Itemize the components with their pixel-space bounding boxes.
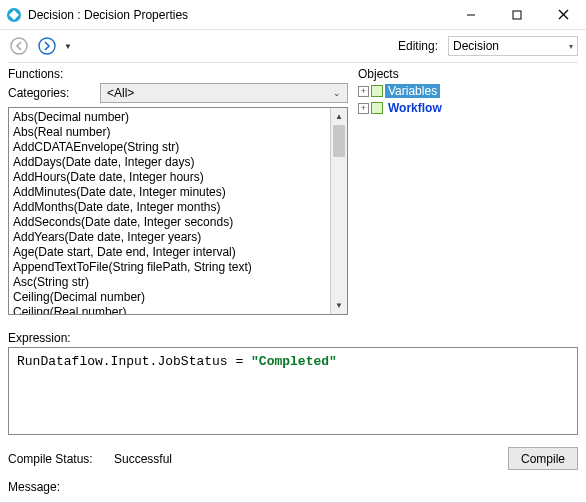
objects-title: Objects — [358, 67, 578, 81]
list-item[interactable]: AddCDATAEnvelope(String str) — [13, 140, 326, 155]
categories-label: Categories: — [8, 86, 88, 100]
expand-icon[interactable]: + — [358, 103, 369, 114]
message-label: Message: — [8, 480, 108, 494]
expression-string: "Completed" — [251, 354, 337, 369]
list-item[interactable]: AddMonths(Date date, Integer months) — [13, 200, 326, 215]
expression-prefix: RunDataflow.Input.JobStatus = — [17, 354, 251, 369]
object-icon — [371, 85, 383, 97]
list-item[interactable]: Abs(Real number) — [13, 125, 326, 140]
list-item[interactable]: Asc(String str) — [13, 275, 326, 290]
maximize-button[interactable] — [494, 0, 540, 29]
list-item[interactable]: Ceiling(Decimal number) — [13, 290, 326, 305]
svg-point-6 — [39, 38, 55, 54]
tree-item-variables[interactable]: + Variables — [358, 83, 578, 99]
editing-label: Editing: — [398, 39, 442, 53]
svg-point-5 — [11, 38, 27, 54]
compile-status-label: Compile Status: — [8, 452, 108, 466]
scroll-thumb[interactable] — [333, 125, 345, 157]
editing-select[interactable]: Decision ▾ — [448, 36, 578, 56]
scroll-down-icon[interactable]: ▼ — [331, 297, 347, 314]
list-item[interactable]: AddYears(Date date, Integer years) — [13, 230, 326, 245]
chevron-down-icon: ⌄ — [333, 88, 341, 98]
tree-item-workflow[interactable]: + Workflow — [358, 100, 578, 116]
tree-label: Variables — [385, 84, 440, 98]
back-button[interactable] — [8, 35, 30, 57]
list-item[interactable]: Age(Date start, Date end, Integer interv… — [13, 245, 326, 260]
functions-title: Functions: — [8, 67, 348, 81]
close-button[interactable] — [540, 0, 586, 29]
chevron-down-icon: ▾ — [569, 42, 573, 51]
forward-button[interactable] — [36, 35, 58, 57]
list-item[interactable]: Abs(Decimal number) — [13, 110, 326, 125]
editing-value: Decision — [453, 39, 499, 53]
categories-select[interactable]: <All> ⌄ — [100, 83, 348, 103]
list-item[interactable]: AddHours(Date date, Integer hours) — [13, 170, 326, 185]
window-title: Decision : Decision Properties — [28, 8, 448, 22]
expression-input[interactable]: RunDataflow.Input.JobStatus = "Completed… — [8, 347, 578, 435]
list-item[interactable]: AddDays(Date date, Integer days) — [13, 155, 326, 170]
svg-rect-2 — [513, 11, 521, 19]
expression-label: Expression: — [8, 331, 578, 345]
categories-value: <All> — [107, 86, 134, 100]
scroll-up-icon[interactable]: ▲ — [331, 108, 347, 125]
tree-label: Workflow — [385, 101, 445, 115]
compile-button[interactable]: Compile — [508, 447, 578, 470]
minimize-button[interactable] — [448, 0, 494, 29]
functions-scrollbar[interactable]: ▲ ▼ — [330, 108, 347, 314]
list-item[interactable]: Ceiling(Real number) — [13, 305, 326, 314]
functions-list[interactable]: Abs(Decimal number) Abs(Real number) Add… — [9, 108, 330, 314]
app-icon — [6, 7, 22, 23]
list-item[interactable]: AddSeconds(Date date, Integer seconds) — [13, 215, 326, 230]
forward-dropdown-caret-icon[interactable]: ▼ — [64, 42, 72, 51]
expand-icon[interactable]: + — [358, 86, 369, 97]
list-item[interactable]: AddMinutes(Date date, Integer minutes) — [13, 185, 326, 200]
object-icon — [371, 102, 383, 114]
compile-status-value: Successful — [114, 452, 172, 466]
list-item[interactable]: AppendTextToFile(String filePath, String… — [13, 260, 326, 275]
